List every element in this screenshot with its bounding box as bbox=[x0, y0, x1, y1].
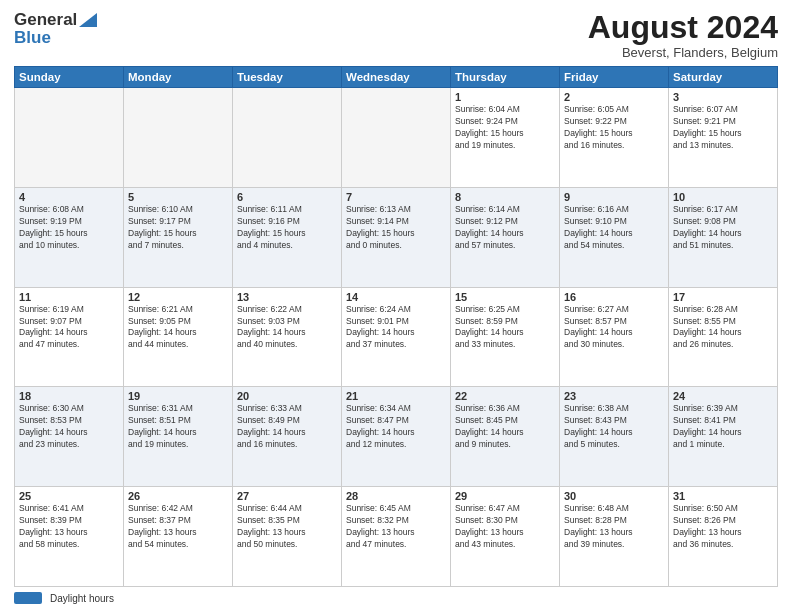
logo-icon bbox=[79, 13, 97, 27]
logo: General Blue bbox=[14, 10, 97, 48]
day-number: 2 bbox=[564, 91, 664, 103]
col-saturday: Saturday bbox=[669, 67, 778, 88]
header: General Blue August 2024 Beverst, Flande… bbox=[14, 10, 778, 60]
calendar-day-cell: 19Sunrise: 6:31 AM Sunset: 8:51 PM Dayli… bbox=[124, 387, 233, 487]
day-number: 12 bbox=[128, 291, 228, 303]
day-info: Sunrise: 6:48 AM Sunset: 8:28 PM Dayligh… bbox=[564, 503, 664, 551]
day-number: 25 bbox=[19, 490, 119, 502]
day-info: Sunrise: 6:04 AM Sunset: 9:24 PM Dayligh… bbox=[455, 104, 555, 152]
legend-label: Daylight hours bbox=[50, 593, 114, 604]
col-monday: Monday bbox=[124, 67, 233, 88]
day-info: Sunrise: 6:45 AM Sunset: 8:32 PM Dayligh… bbox=[346, 503, 446, 551]
day-number: 3 bbox=[673, 91, 773, 103]
day-info: Sunrise: 6:36 AM Sunset: 8:45 PM Dayligh… bbox=[455, 403, 555, 451]
day-number: 11 bbox=[19, 291, 119, 303]
calendar-day-cell: 28Sunrise: 6:45 AM Sunset: 8:32 PM Dayli… bbox=[342, 487, 451, 587]
day-number: 13 bbox=[237, 291, 337, 303]
calendar-day-cell: 31Sunrise: 6:50 AM Sunset: 8:26 PM Dayli… bbox=[669, 487, 778, 587]
day-info: Sunrise: 6:13 AM Sunset: 9:14 PM Dayligh… bbox=[346, 204, 446, 252]
day-number: 10 bbox=[673, 191, 773, 203]
day-number: 18 bbox=[19, 390, 119, 402]
day-number: 1 bbox=[455, 91, 555, 103]
day-number: 31 bbox=[673, 490, 773, 502]
day-number: 20 bbox=[237, 390, 337, 402]
day-info: Sunrise: 6:07 AM Sunset: 9:21 PM Dayligh… bbox=[673, 104, 773, 152]
month-year: August 2024 bbox=[588, 10, 778, 45]
location: Beverst, Flanders, Belgium bbox=[588, 45, 778, 60]
day-number: 8 bbox=[455, 191, 555, 203]
day-info: Sunrise: 6:21 AM Sunset: 9:05 PM Dayligh… bbox=[128, 304, 228, 352]
day-info: Sunrise: 6:39 AM Sunset: 8:41 PM Dayligh… bbox=[673, 403, 773, 451]
day-info: Sunrise: 6:11 AM Sunset: 9:16 PM Dayligh… bbox=[237, 204, 337, 252]
col-thursday: Thursday bbox=[451, 67, 560, 88]
calendar-header: Sunday Monday Tuesday Wednesday Thursday… bbox=[15, 67, 778, 88]
day-info: Sunrise: 6:27 AM Sunset: 8:57 PM Dayligh… bbox=[564, 304, 664, 352]
calendar-day-cell: 21Sunrise: 6:34 AM Sunset: 8:47 PM Dayli… bbox=[342, 387, 451, 487]
col-tuesday: Tuesday bbox=[233, 67, 342, 88]
empty-cell bbox=[233, 88, 342, 188]
day-info: Sunrise: 6:33 AM Sunset: 8:49 PM Dayligh… bbox=[237, 403, 337, 451]
calendar-week-row: 25Sunrise: 6:41 AM Sunset: 8:39 PM Dayli… bbox=[15, 487, 778, 587]
day-info: Sunrise: 6:22 AM Sunset: 9:03 PM Dayligh… bbox=[237, 304, 337, 352]
calendar-week-row: 11Sunrise: 6:19 AM Sunset: 9:07 PM Dayli… bbox=[15, 287, 778, 387]
day-number: 27 bbox=[237, 490, 337, 502]
calendar-day-cell: 10Sunrise: 6:17 AM Sunset: 9:08 PM Dayli… bbox=[669, 187, 778, 287]
calendar-day-cell: 1Sunrise: 6:04 AM Sunset: 9:24 PM Daylig… bbox=[451, 88, 560, 188]
calendar-day-cell: 16Sunrise: 6:27 AM Sunset: 8:57 PM Dayli… bbox=[560, 287, 669, 387]
empty-cell bbox=[124, 88, 233, 188]
calendar-day-cell: 8Sunrise: 6:14 AM Sunset: 9:12 PM Daylig… bbox=[451, 187, 560, 287]
calendar-day-cell: 25Sunrise: 6:41 AM Sunset: 8:39 PM Dayli… bbox=[15, 487, 124, 587]
day-info: Sunrise: 6:42 AM Sunset: 8:37 PM Dayligh… bbox=[128, 503, 228, 551]
day-info: Sunrise: 6:30 AM Sunset: 8:53 PM Dayligh… bbox=[19, 403, 119, 451]
day-info: Sunrise: 6:38 AM Sunset: 8:43 PM Dayligh… bbox=[564, 403, 664, 451]
day-number: 30 bbox=[564, 490, 664, 502]
logo-general: General bbox=[14, 10, 77, 30]
calendar-day-cell: 26Sunrise: 6:42 AM Sunset: 8:37 PM Dayli… bbox=[124, 487, 233, 587]
header-row: Sunday Monday Tuesday Wednesday Thursday… bbox=[15, 67, 778, 88]
col-friday: Friday bbox=[560, 67, 669, 88]
title-section: August 2024 Beverst, Flanders, Belgium bbox=[588, 10, 778, 60]
day-number: 24 bbox=[673, 390, 773, 402]
calendar-day-cell: 15Sunrise: 6:25 AM Sunset: 8:59 PM Dayli… bbox=[451, 287, 560, 387]
calendar-day-cell: 13Sunrise: 6:22 AM Sunset: 9:03 PM Dayli… bbox=[233, 287, 342, 387]
page-container: General Blue August 2024 Beverst, Flande… bbox=[0, 0, 792, 612]
calendar-week-row: 1Sunrise: 6:04 AM Sunset: 9:24 PM Daylig… bbox=[15, 88, 778, 188]
day-number: 14 bbox=[346, 291, 446, 303]
calendar-day-cell: 11Sunrise: 6:19 AM Sunset: 9:07 PM Dayli… bbox=[15, 287, 124, 387]
calendar-day-cell: 22Sunrise: 6:36 AM Sunset: 8:45 PM Dayli… bbox=[451, 387, 560, 487]
day-info: Sunrise: 6:14 AM Sunset: 9:12 PM Dayligh… bbox=[455, 204, 555, 252]
calendar-day-cell: 29Sunrise: 6:47 AM Sunset: 8:30 PM Dayli… bbox=[451, 487, 560, 587]
calendar-day-cell: 2Sunrise: 6:05 AM Sunset: 9:22 PM Daylig… bbox=[560, 88, 669, 188]
calendar-week-row: 18Sunrise: 6:30 AM Sunset: 8:53 PM Dayli… bbox=[15, 387, 778, 487]
calendar-day-cell: 24Sunrise: 6:39 AM Sunset: 8:41 PM Dayli… bbox=[669, 387, 778, 487]
calendar-day-cell: 17Sunrise: 6:28 AM Sunset: 8:55 PM Dayli… bbox=[669, 287, 778, 387]
calendar-day-cell: 12Sunrise: 6:21 AM Sunset: 9:05 PM Dayli… bbox=[124, 287, 233, 387]
day-number: 16 bbox=[564, 291, 664, 303]
empty-cell bbox=[342, 88, 451, 188]
calendar-body: 1Sunrise: 6:04 AM Sunset: 9:24 PM Daylig… bbox=[15, 88, 778, 587]
day-number: 17 bbox=[673, 291, 773, 303]
day-number: 5 bbox=[128, 191, 228, 203]
day-info: Sunrise: 6:47 AM Sunset: 8:30 PM Dayligh… bbox=[455, 503, 555, 551]
calendar-day-cell: 5Sunrise: 6:10 AM Sunset: 9:17 PM Daylig… bbox=[124, 187, 233, 287]
calendar-day-cell: 23Sunrise: 6:38 AM Sunset: 8:43 PM Dayli… bbox=[560, 387, 669, 487]
day-number: 15 bbox=[455, 291, 555, 303]
day-info: Sunrise: 6:50 AM Sunset: 8:26 PM Dayligh… bbox=[673, 503, 773, 551]
calendar-day-cell: 4Sunrise: 6:08 AM Sunset: 9:19 PM Daylig… bbox=[15, 187, 124, 287]
calendar-week-row: 4Sunrise: 6:08 AM Sunset: 9:19 PM Daylig… bbox=[15, 187, 778, 287]
calendar-table: Sunday Monday Tuesday Wednesday Thursday… bbox=[14, 66, 778, 587]
calendar-day-cell: 6Sunrise: 6:11 AM Sunset: 9:16 PM Daylig… bbox=[233, 187, 342, 287]
day-number: 6 bbox=[237, 191, 337, 203]
day-number: 23 bbox=[564, 390, 664, 402]
calendar-day-cell: 14Sunrise: 6:24 AM Sunset: 9:01 PM Dayli… bbox=[342, 287, 451, 387]
day-info: Sunrise: 6:05 AM Sunset: 9:22 PM Dayligh… bbox=[564, 104, 664, 152]
calendar-day-cell: 27Sunrise: 6:44 AM Sunset: 8:35 PM Dayli… bbox=[233, 487, 342, 587]
day-number: 29 bbox=[455, 490, 555, 502]
calendar-day-cell: 18Sunrise: 6:30 AM Sunset: 8:53 PM Dayli… bbox=[15, 387, 124, 487]
logo-blue: Blue bbox=[14, 28, 51, 48]
calendar-day-cell: 3Sunrise: 6:07 AM Sunset: 9:21 PM Daylig… bbox=[669, 88, 778, 188]
day-info: Sunrise: 6:41 AM Sunset: 8:39 PM Dayligh… bbox=[19, 503, 119, 551]
calendar-day-cell: 9Sunrise: 6:16 AM Sunset: 9:10 PM Daylig… bbox=[560, 187, 669, 287]
day-number: 22 bbox=[455, 390, 555, 402]
day-number: 21 bbox=[346, 390, 446, 402]
